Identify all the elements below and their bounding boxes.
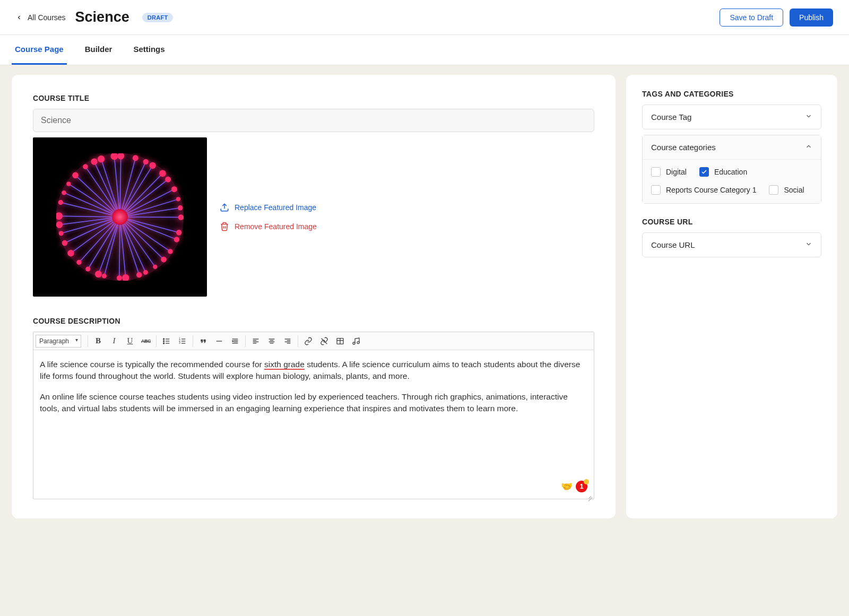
- svg-point-55: [117, 153, 124, 159]
- format-select[interactable]: Paragraph: [36, 335, 81, 348]
- handshake-icon[interactable]: 🤝: [561, 480, 573, 493]
- desc-text: A life science course is typically the r…: [40, 360, 264, 369]
- svg-line-58: [120, 162, 146, 217]
- featured-image-actions: Replace Featured Image Remove Featured I…: [220, 203, 317, 231]
- svg-point-63: [159, 170, 166, 177]
- replace-featured-image-link[interactable]: Replace Featured Image: [220, 203, 317, 212]
- course-title-input[interactable]: [33, 109, 594, 132]
- indent-button[interactable]: [227, 333, 243, 349]
- content-area: COURSE TITLE Replace Featured Image: [0, 65, 849, 531]
- checkbox-icon: [651, 185, 661, 195]
- upload-icon: [220, 203, 229, 212]
- main-panel: COURSE TITLE Replace Featured Image: [12, 75, 616, 518]
- bullet-list-button[interactable]: [159, 333, 175, 349]
- toolbar-separator: [88, 335, 88, 347]
- course-description-label: COURSE DESCRIPTION: [33, 317, 594, 325]
- course-categories-body: Digital Education Reports Course Categor…: [643, 159, 821, 203]
- toolbar-separator: [245, 335, 246, 347]
- svg-line-60: [120, 166, 153, 217]
- course-categories-toggle[interactable]: Course categories: [643, 135, 821, 159]
- svg-point-23: [95, 271, 102, 277]
- checkbox-icon: [651, 167, 661, 177]
- unlink-button[interactable]: [316, 333, 332, 349]
- svg-point-106: [353, 342, 355, 344]
- blockquote-button[interactable]: [195, 333, 211, 349]
- svg-point-77: [163, 343, 164, 344]
- svg-point-13: [143, 270, 148, 275]
- publish-button[interactable]: Publish: [790, 8, 833, 27]
- featured-image-row: Replace Featured Image Remove Featured I…: [33, 137, 594, 297]
- course-tag-accordion: Course Tag: [642, 105, 821, 129]
- numbered-list-button[interactable]: 123: [175, 333, 190, 349]
- back-to-courses-link[interactable]: All Courses: [16, 13, 66, 22]
- svg-point-25: [85, 266, 90, 271]
- horizontal-rule-button[interactable]: [211, 333, 227, 349]
- category-label: Reports Course Category 1: [666, 186, 756, 194]
- editor-toolbar: Paragraph B I U ABC 123: [33, 332, 594, 350]
- rich-text-editor: Paragraph B I U ABC 123: [33, 332, 594, 499]
- strikethrough-button[interactable]: ABC: [138, 333, 154, 349]
- svg-point-31: [62, 240, 67, 246]
- svg-point-45: [72, 172, 79, 179]
- svg-point-59: [143, 159, 149, 164]
- course-categories-accordion: Course categories Digital Education Repo…: [642, 135, 821, 204]
- checkbox-icon: [699, 167, 709, 177]
- course-name: Science: [75, 9, 129, 25]
- table-button[interactable]: [332, 333, 348, 349]
- svg-point-43: [66, 182, 71, 186]
- align-left-button[interactable]: [248, 333, 264, 349]
- tab-course-page[interactable]: Course Page: [12, 35, 67, 65]
- save-draft-button[interactable]: Save to Draft: [720, 8, 783, 27]
- course-description-section: COURSE DESCRIPTION Paragraph B I U ABC: [33, 317, 594, 499]
- tab-settings[interactable]: Settings: [130, 35, 168, 65]
- svg-point-47: [83, 164, 88, 169]
- category-checkbox-social[interactable]: Social: [769, 185, 804, 195]
- svg-point-51: [98, 155, 105, 162]
- media-button[interactable]: [348, 333, 364, 349]
- category-checkbox-digital[interactable]: Digital: [651, 167, 687, 177]
- categories-list: Digital Education Reports Course Categor…: [651, 162, 812, 195]
- tab-builder[interactable]: Builder: [82, 35, 116, 65]
- svg-point-1: [178, 214, 184, 220]
- toolbar-separator: [193, 335, 193, 347]
- svg-point-29: [67, 250, 74, 256]
- svg-point-39: [58, 200, 63, 205]
- course-categories-label: Course categories: [651, 143, 716, 152]
- course-url-accordion: Course URL: [642, 232, 821, 257]
- link-button[interactable]: [300, 333, 316, 349]
- featured-image[interactable]: [33, 137, 207, 297]
- status-badge: DRAFT: [142, 13, 174, 22]
- svg-point-57: [133, 155, 138, 161]
- editor-textarea[interactable]: A life science course is typically the r…: [33, 350, 594, 499]
- course-url-toggle[interactable]: Course URL: [643, 233, 821, 257]
- svg-point-107: [357, 341, 359, 343]
- svg-point-65: [165, 177, 171, 183]
- underline-button[interactable]: U: [122, 333, 138, 349]
- category-label: Digital: [666, 168, 687, 176]
- plasma-ball-image: [56, 153, 184, 281]
- remove-featured-image-label: Remove Featured Image: [235, 222, 317, 231]
- remove-featured-image-link[interactable]: Remove Featured Image: [220, 222, 317, 231]
- desc-text: An online life science course teaches st…: [40, 391, 587, 415]
- align-center-button[interactable]: [264, 333, 280, 349]
- svg-point-71: [178, 205, 183, 211]
- category-checkbox-education[interactable]: Education: [699, 167, 747, 177]
- align-right-button[interactable]: [280, 333, 296, 349]
- svg-line-64: [120, 179, 168, 217]
- italic-button[interactable]: I: [106, 333, 122, 349]
- svg-point-67: [171, 186, 177, 192]
- category-checkbox-reports[interactable]: Reports Course Category 1: [651, 185, 756, 195]
- svg-point-19: [117, 275, 122, 281]
- checkbox-icon: [769, 185, 778, 195]
- svg-point-73: [163, 339, 164, 340]
- svg-line-8: [120, 217, 164, 259]
- svg-point-9: [161, 257, 167, 263]
- notification-badge[interactable]: 1: [576, 481, 587, 492]
- resize-handle[interactable]: [587, 492, 592, 498]
- bold-button[interactable]: B: [90, 333, 106, 349]
- trash-icon: [220, 222, 229, 231]
- tabs-nav: Course Page Builder Settings: [0, 35, 849, 65]
- course-tag-toggle[interactable]: Course Tag: [643, 105, 821, 129]
- course-url-section: COURSE URL Course URL: [642, 218, 821, 257]
- replace-featured-image-label: Replace Featured Image: [235, 203, 316, 212]
